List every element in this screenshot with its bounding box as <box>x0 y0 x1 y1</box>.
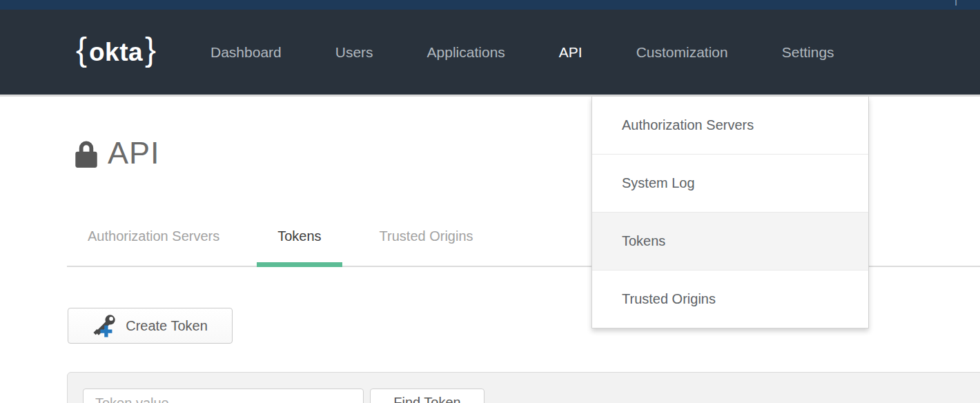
page-title: API <box>108 135 160 171</box>
menu-item-tokens[interactable]: Tokens <box>592 212 868 270</box>
tabs: Authorization Servers Tokens Trusted Ori… <box>67 221 511 267</box>
token-search-panel: Find Token <box>67 372 980 403</box>
nav-item-users[interactable]: Users <box>335 44 373 61</box>
nav-item-applications[interactable]: Applications <box>427 44 505 61</box>
lock-icon <box>73 139 99 172</box>
create-token-label: Create Token <box>126 318 208 334</box>
token-search-input[interactable] <box>83 389 364 403</box>
nav-item-customization[interactable]: Customization <box>636 44 728 61</box>
key-plus-icon <box>92 313 117 339</box>
menu-item-trusted-origins[interactable]: Trusted Origins <box>592 270 868 328</box>
main-navbar: { okta } Dashboard Users Applications AP… <box>0 10 980 95</box>
find-token-button[interactable]: Find Token <box>370 389 484 403</box>
menu-item-system-log[interactable]: System Log <box>592 154 868 212</box>
tab-tokens[interactable]: Tokens <box>257 221 342 267</box>
nav-items: Dashboard Users Applications API Customi… <box>210 44 888 61</box>
logo-right-brace: } <box>145 33 156 66</box>
clipped-separator: | <box>954 0 957 6</box>
tab-trusted-origins[interactable]: Trusted Origins <box>359 221 494 267</box>
nav-item-api[interactable]: API <box>559 44 582 61</box>
create-token-button[interactable]: Create Token <box>68 308 233 344</box>
nav-item-dashboard[interactable]: Dashboard <box>210 44 282 61</box>
okta-admin-screen: | { okta } Dashboard Users Applications … <box>0 0 980 403</box>
logo-left-brace: { <box>76 33 87 66</box>
tab-authorization-servers[interactable]: Authorization Servers <box>67 221 240 267</box>
top-utility-bar: | <box>0 0 980 10</box>
menu-item-authorization-servers[interactable]: Authorization Servers <box>592 97 868 154</box>
api-dropdown-menu: Authorization Servers System Log Tokens … <box>591 97 869 328</box>
okta-logo[interactable]: { okta } <box>67 36 165 69</box>
logo-text: okta <box>89 38 143 67</box>
nav-item-settings[interactable]: Settings <box>782 44 834 61</box>
